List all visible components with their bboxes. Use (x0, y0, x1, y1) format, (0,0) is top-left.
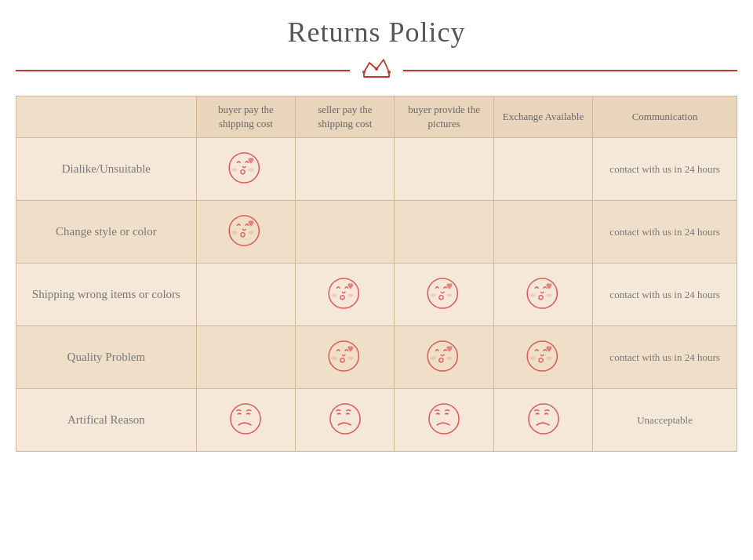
svg-point-39 (528, 404, 558, 434)
svg-point-18 (431, 293, 436, 296)
svg-point-26 (331, 356, 336, 359)
svg-point-9 (241, 232, 245, 236)
table-row: Shipping wrong items or colors (16, 264, 737, 326)
svg-point-5 (241, 169, 245, 173)
svg-point-14 (331, 293, 336, 296)
seller-pay-cell (296, 201, 395, 264)
comm-cell: contact with us in 24 hours (593, 326, 737, 389)
table-row: Artifical Reason (16, 389, 737, 452)
svg-point-25 (340, 358, 344, 362)
buyer-provide-cell (395, 389, 493, 452)
table-container: buyer pay the shipping cost seller pay t… (16, 96, 737, 452)
svg-point-3 (387, 71, 391, 74)
svg-point-37 (330, 404, 360, 434)
exchange-cell (493, 201, 592, 264)
col-header-exchange: Exchange Available (493, 96, 592, 138)
divider-left (16, 70, 350, 71)
table-row: Quality Problem (16, 326, 737, 389)
col-header-communication: Communication (593, 96, 737, 138)
svg-point-30 (431, 356, 436, 359)
svg-point-19 (447, 293, 453, 296)
svg-point-1 (362, 71, 366, 74)
row-label: Shipping wrong items or colors (16, 264, 197, 326)
divider-right (403, 70, 737, 71)
comm-cell: Unacceptable (593, 389, 737, 452)
svg-point-31 (447, 356, 453, 359)
seller-pay-cell (296, 138, 395, 201)
buyer-pay-cell (196, 264, 295, 326)
exchange-cell (493, 326, 592, 389)
svg-point-2 (375, 67, 378, 71)
row-label: Dialike/Unsuitable (16, 138, 197, 201)
buyer-provide-cell (395, 326, 493, 389)
svg-point-15 (347, 293, 353, 296)
comm-cell: contact with us in 24 hours (593, 264, 737, 326)
table-header-row: buyer pay the shipping cost seller pay t… (16, 96, 737, 138)
comm-cell: contact with us in 24 hours (593, 138, 737, 201)
svg-point-22 (529, 293, 535, 296)
exchange-cell (493, 389, 592, 452)
exchange-cell (493, 138, 592, 201)
seller-pay-cell (296, 389, 395, 452)
col-header-seller-pay: seller pay the shipping cost (296, 96, 395, 138)
svg-point-7 (249, 168, 254, 171)
svg-point-35 (546, 356, 551, 359)
buyer-provide-cell (395, 264, 493, 326)
page: Returns Policy buyer pay the shipping co… (0, 0, 753, 560)
svg-point-34 (529, 356, 535, 359)
row-label: Artifical Reason (16, 389, 197, 452)
buyer-pay-cell (196, 389, 295, 452)
buyer-pay-cell (196, 201, 295, 264)
svg-point-27 (347, 356, 353, 359)
buyer-provide-cell (395, 138, 493, 201)
table-row: Change style or color contact with us in… (16, 201, 737, 264)
svg-point-23 (546, 293, 551, 296)
seller-pay-cell (296, 326, 395, 389)
page-title: Returns Policy (288, 16, 466, 49)
svg-point-10 (232, 231, 238, 234)
col-header-label (16, 96, 197, 138)
divider-row (16, 56, 737, 84)
col-header-buyer-pay: buyer pay the shipping cost (196, 96, 295, 138)
svg-point-33 (538, 358, 542, 362)
svg-point-13 (340, 295, 344, 299)
svg-point-21 (538, 295, 542, 299)
row-label: Change style or color (16, 201, 197, 264)
svg-point-17 (439, 295, 443, 299)
svg-point-36 (231, 404, 260, 434)
table-row: Dialike/Unsuitable contact with us in 24… (16, 138, 737, 201)
buyer-provide-cell (395, 201, 493, 264)
col-header-buyer-provide: buyer provide the pictures (395, 96, 493, 138)
svg-point-11 (249, 231, 254, 234)
svg-point-29 (439, 358, 443, 362)
svg-point-6 (232, 168, 238, 171)
row-label: Quality Problem (16, 326, 197, 389)
returns-policy-table: buyer pay the shipping cost seller pay t… (16, 96, 737, 452)
buyer-pay-cell (196, 138, 295, 201)
exchange-cell (493, 264, 592, 326)
svg-point-38 (429, 404, 459, 434)
seller-pay-cell (296, 264, 395, 326)
comm-cell: contact with us in 24 hours (593, 201, 737, 264)
crown-icon (362, 56, 391, 84)
buyer-pay-cell (196, 326, 295, 389)
